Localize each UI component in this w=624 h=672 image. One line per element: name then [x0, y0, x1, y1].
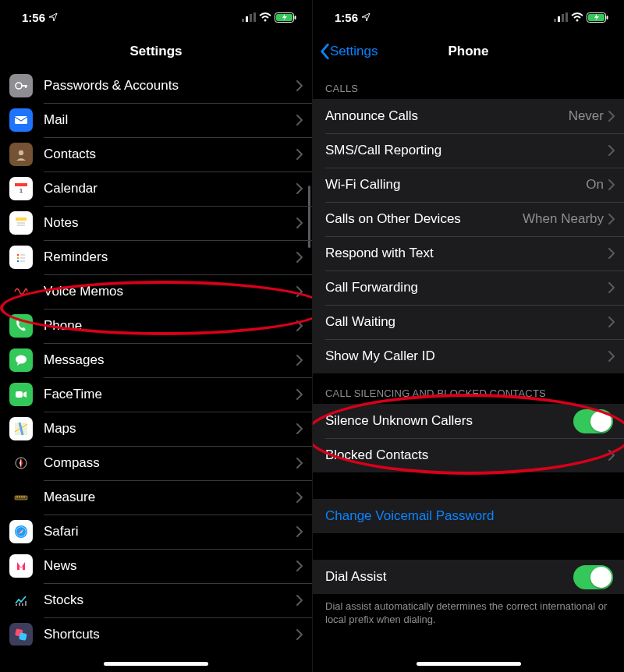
row-wificalling[interactable]: Wi-Fi CallingOn: [313, 168, 624, 202]
settings-row-messages[interactable]: Messages: [0, 343, 312, 377]
settings-row-measure[interactable]: Measure: [0, 480, 312, 515]
settings-row-label: News: [44, 558, 296, 574]
home-indicator[interactable]: [417, 662, 521, 666]
chevron-right-icon: [608, 317, 624, 327]
row-blocked[interactable]: Blocked Contacts: [313, 438, 624, 472]
maps-icon: [9, 417, 33, 440]
settings-row-facetime[interactable]: FaceTime: [0, 377, 312, 412]
row-callerid[interactable]: Show My Caller ID: [313, 339, 624, 373]
svg-rect-41: [19, 603, 20, 606]
status-time: 1:56: [22, 11, 45, 24]
page-title: Phone: [448, 44, 489, 59]
row-label: SMS/Call Reporting: [325, 143, 608, 158]
navbar: Settings Phone: [313, 34, 624, 69]
svg-rect-42: [22, 603, 23, 606]
settings-row-shortcuts[interactable]: Shortcuts: [0, 617, 312, 645]
settings-row-label: Maps: [44, 421, 296, 437]
chevron-right-icon: [296, 629, 312, 640]
row-dialassist[interactable]: Dial Assist: [313, 560, 624, 594]
settings-row-voicememos[interactable]: Voice Memos: [0, 274, 312, 309]
chevron-right-icon: [296, 183, 312, 194]
svg-point-27: [16, 355, 27, 364]
row-value: Never: [569, 108, 608, 124]
news-icon: [9, 554, 33, 578]
settings-row-phone[interactable]: Phone: [0, 309, 312, 343]
settings-row-label: Shortcuts: [44, 627, 296, 642]
battery-charging-icon: [275, 12, 296, 23]
settings-row-label: Mail: [44, 112, 296, 128]
chevron-right-icon: [296, 320, 312, 331]
svg-point-21: [17, 254, 19, 256]
settings-row-reminders[interactable]: Reminders: [0, 240, 312, 274]
svg-rect-47: [558, 16, 560, 22]
row-otherdevices[interactable]: Calls on Other DevicesWhen Nearby: [313, 202, 624, 236]
settings-row-label: Compass: [44, 455, 296, 471]
settings-screen: 1:56 Settings Passwords & Accounts Mail …: [0, 0, 312, 672]
svg-point-4: [264, 19, 267, 22]
svg-rect-48: [562, 14, 564, 22]
row-label: Show My Caller ID: [325, 348, 608, 364]
location-arrow-icon: [48, 12, 58, 22]
svg-text:1: 1: [20, 187, 23, 194]
chevron-right-icon: [296, 492, 312, 503]
svg-rect-7: [295, 16, 296, 19]
notes-icon: [9, 211, 33, 235]
key-icon: [9, 74, 33, 97]
settings-row-label: Notes: [44, 215, 296, 231]
settings-row-calendar[interactable]: 1 Calendar: [0, 172, 312, 206]
chevron-right-icon: [608, 145, 624, 156]
row-changevmpw[interactable]: Change Voicemail Password: [313, 499, 624, 533]
svg-rect-2: [250, 14, 252, 22]
location-arrow-icon: [361, 12, 370, 22]
svg-rect-49: [566, 12, 568, 22]
row-callwaiting[interactable]: Call Waiting: [313, 305, 624, 339]
svg-rect-17: [16, 218, 27, 221]
svg-rect-11: [15, 116, 27, 124]
chevron-left-icon: [319, 43, 330, 60]
settings-list[interactable]: Passwords & Accounts Mail Contacts 1 Cal…: [0, 69, 312, 645]
phone-settings-list[interactable]: CALLSAnnounce CallsNeverSMS/Call Reporti…: [313, 69, 624, 645]
settings-row-safari[interactable]: Safari: [0, 515, 312, 549]
row-silence[interactable]: Silence Unknown Callers: [313, 404, 624, 438]
contacts-icon: [9, 143, 33, 166]
settings-row-label: Passwords & Accounts: [44, 78, 296, 94]
silence-toggle[interactable]: [573, 409, 613, 433]
svg-rect-46: [554, 19, 556, 22]
safari-icon: [9, 520, 33, 543]
settings-row-label: Contacts: [44, 147, 296, 162]
settings-row-maps[interactable]: Maps: [0, 412, 312, 446]
chevron-right-icon: [296, 149, 312, 160]
settings-row-notes[interactable]: Notes: [0, 206, 312, 240]
status-bar: 1:56: [313, 0, 624, 34]
chevron-right-icon: [296, 218, 312, 228]
row-label: Blocked Contacts: [325, 447, 608, 463]
chevron-right-icon: [608, 351, 624, 362]
row-respondtext[interactable]: Respond with Text: [313, 236, 624, 271]
mail-icon: [9, 108, 33, 132]
settings-row-contacts[interactable]: Contacts: [0, 137, 312, 172]
back-label: Settings: [330, 44, 378, 59]
status-time: 1:56: [335, 11, 358, 24]
home-indicator[interactable]: [104, 662, 208, 666]
row-label: Call Waiting: [325, 314, 608, 330]
svg-rect-3: [254, 12, 256, 22]
svg-rect-53: [607, 16, 608, 19]
battery-charging-icon: [587, 12, 608, 23]
settings-row-stocks[interactable]: Stocks: [0, 583, 312, 617]
row-announce[interactable]: Announce CallsNever: [313, 99, 624, 133]
row-label: Change Voicemail Password: [325, 508, 624, 524]
row-label: Wi-Fi Calling: [325, 177, 586, 193]
back-button[interactable]: Settings: [319, 43, 378, 60]
chevron-right-icon: [296, 286, 312, 297]
settings-row-news[interactable]: News: [0, 549, 312, 583]
chevron-right-icon: [296, 561, 312, 571]
row-callforward[interactable]: Call Forwarding: [313, 271, 624, 305]
settings-row-label: FaceTime: [44, 387, 296, 402]
chevron-right-icon: [296, 595, 312, 606]
settings-row-compass[interactable]: Compass: [0, 446, 312, 480]
calendar-icon: 1: [9, 177, 33, 200]
settings-row-mail[interactable]: Mail: [0, 103, 312, 137]
row-smscall[interactable]: SMS/Call Reporting: [313, 133, 624, 168]
settings-row-passwords[interactable]: Passwords & Accounts: [0, 69, 312, 103]
dialassist-toggle[interactable]: [573, 565, 613, 589]
